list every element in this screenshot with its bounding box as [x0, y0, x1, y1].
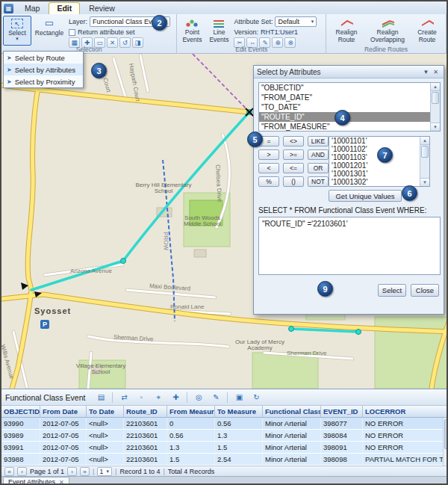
bottom-tab-bar: Event Attributes ✕ — [1, 476, 448, 485]
column-header[interactable]: From Date — [40, 406, 87, 417]
greater-than-operator-button[interactable]: > — [258, 149, 279, 160]
tab-review[interactable]: Review — [81, 2, 122, 14]
tab-edit[interactable]: Edit — [49, 2, 80, 14]
table-scrollbar[interactable] — [443, 418, 448, 466]
edit-record-icon[interactable]: ✎ — [208, 391, 223, 404]
realign-route-button[interactable]: Realign Route — [328, 16, 365, 46]
realign-route-label: Realign Route — [329, 29, 364, 43]
select-button[interactable]: ↖ Select ▼ — [3, 16, 31, 46]
pagination-separator: | — [115, 468, 116, 475]
first-page-button[interactable]: « — [4, 467, 14, 476]
attribute-set-select[interactable]: Default ▼ — [275, 16, 317, 27]
menu-item-select-by-proximity[interactable]: ➤ Select by Proximity — [4, 75, 83, 87]
scroll-down-icon[interactable]: ▼ — [420, 178, 429, 186]
field-item[interactable]: "TO_DATE" — [259, 102, 440, 112]
close-tab-icon[interactable]: ✕ — [59, 479, 64, 485]
switch-selection-icon[interactable]: ⇄ — [116, 391, 131, 404]
close-icon[interactable]: ✕ — [431, 67, 441, 76]
scrollbar-thumb[interactable] — [444, 419, 448, 449]
column-header[interactable]: To Date — [87, 406, 124, 417]
column-header[interactable]: OBJECTID — [1, 406, 40, 417]
rectangle-button[interactable]: ▭ Rectangle — [31, 16, 67, 46]
column-header[interactable]: Route_ID — [124, 406, 167, 417]
column-header[interactable]: EVENT_ID — [321, 406, 363, 417]
table-row[interactable]: 93990 2012-07-05 <null> 22103601 0 0.56 … — [1, 418, 448, 430]
get-unique-values-button[interactable]: Get Unique Values — [329, 190, 402, 202]
value-item[interactable]: '10001301' — [329, 170, 429, 178]
column-header[interactable]: From Measure — [167, 406, 215, 417]
field-list-scrollbar[interactable]: ▲ ▼ — [430, 83, 440, 131]
rectangle-button-label: Rectangle — [35, 30, 63, 37]
close-button[interactable]: Close — [411, 284, 439, 297]
and-operator-button[interactable]: AND — [308, 149, 329, 160]
column-header[interactable]: To Measure — [215, 406, 263, 417]
cell: NO ERROR — [363, 418, 448, 429]
value-item[interactable]: '10001302' — [329, 178, 429, 186]
field-item[interactable]: "FROM_DATE" — [259, 93, 440, 102]
tab-map[interactable]: Map — [16, 2, 48, 14]
highlight-route-icon[interactable]: ◎ — [191, 391, 206, 404]
dialog-title-bar[interactable]: Select by Attributes ▼ ✕ — [254, 66, 444, 78]
scrollbar-thumb[interactable] — [421, 146, 429, 158]
table-row[interactable]: 93988 2012-07-05 <null> 22103601 1.5 2.5… — [1, 454, 448, 466]
table-row[interactable]: 93989 2012-07-05 <null> 22103601 0.56 1.… — [1, 430, 448, 442]
scrollbar-thumb[interactable] — [432, 92, 439, 104]
point-events-icon — [185, 18, 199, 28]
unique-values-list[interactable]: '10001101' '10001102' '10001103' '100012… — [329, 136, 430, 187]
next-page-button[interactable]: › — [67, 467, 77, 476]
field-item[interactable]: "FROM_MEASURE" — [259, 122, 440, 132]
version-label: Version: — [234, 28, 258, 36]
create-route-button[interactable]: + Create Route — [410, 16, 444, 46]
redline-routes-group-label: Redline Routes — [326, 46, 446, 54]
menu-item-select-by-route[interactable]: ➤ Select by Route — [4, 52, 83, 64]
scroll-up-icon[interactable]: ▲ — [420, 137, 429, 145]
less-equal-operator-button[interactable]: <= — [283, 163, 304, 173]
chevron-down-icon[interactable]: ▼ — [421, 67, 431, 76]
scroll-down-icon[interactable]: ▼ — [431, 123, 440, 131]
save-edits-icon[interactable]: ▣ — [231, 391, 246, 404]
page-size-value: 1 — [99, 468, 103, 475]
previous-page-button[interactable]: ‹ — [17, 467, 27, 476]
select-confirm-button[interactable]: Select — [378, 284, 406, 297]
app-icon[interactable]: ▦ — [4, 4, 13, 13]
field-item[interactable]: "OBJECTID" — [259, 83, 440, 93]
cell: 2012-07-05 — [40, 442, 87, 453]
callout-7: 7 — [377, 147, 393, 163]
redline-routes-group: Realign Route Realign Overlapping + Crea… — [326, 14, 447, 54]
not-operator-button[interactable]: NOT — [308, 176, 329, 187]
parentheses-operator-button[interactable]: () — [283, 176, 304, 187]
value-item[interactable]: '10001101' — [329, 137, 429, 145]
realign-overlapping-button[interactable]: Realign Overlapping — [367, 16, 408, 46]
column-header[interactable]: Functional Class — [263, 406, 321, 417]
where-clause-label: SELECT * FROM Functional Class Event WHE… — [258, 206, 426, 214]
column-header[interactable]: LOCERROR — [363, 406, 448, 417]
zoom-to-selection-icon[interactable]: ⌖ — [151, 391, 166, 404]
point-events-button[interactable]: Point Events — [178, 16, 205, 46]
values-list-scrollbar[interactable]: ▲ ▼ — [420, 137, 429, 186]
chevron-down-icon: ▼ — [105, 469, 110, 474]
where-clause-input[interactable]: "ROUTE_ID" ='22103601' — [258, 217, 441, 275]
page-size-select[interactable]: 1 ▼ — [97, 467, 112, 476]
dialog-buttons: Select Close — [378, 284, 439, 297]
or-operator-button[interactable]: OR — [308, 163, 329, 173]
refresh-icon[interactable]: ↻ — [249, 391, 264, 404]
pan-to-selection-icon[interactable]: ✚ — [168, 391, 183, 404]
not-equals-operator-button[interactable]: <> — [283, 136, 304, 146]
less-than-operator-button[interactable]: < — [258, 163, 279, 173]
last-page-button[interactable]: » — [80, 467, 90, 476]
field-list[interactable]: "OBJECTID" "FROM_DATE" "TO_DATE" "ROUTE_… — [258, 82, 441, 132]
percent-operator-button[interactable]: % — [258, 176, 279, 187]
line-events-button[interactable]: Line Events — [205, 16, 232, 46]
like-operator-button[interactable]: LIKE — [308, 136, 329, 146]
menu-item-select-by-attributes[interactable]: ➤ Select by Attributes — [4, 64, 83, 75]
value-item[interactable]: '10001201' — [329, 161, 429, 170]
scroll-up-icon[interactable]: ▲ — [431, 83, 440, 91]
return-attribute-set-checkbox[interactable] — [69, 29, 75, 36]
options-icon[interactable]: ▤ — [93, 391, 108, 404]
cell: 93988 — [1, 454, 40, 465]
clear-selection-icon[interactable]: ▫ — [134, 391, 149, 404]
tab-event-attributes[interactable]: Event Attributes ✕ — [3, 477, 69, 485]
table-row[interactable]: 93991 2012-07-05 <null> 22103601 1.3 1.5… — [1, 442, 448, 454]
cell: 398098 — [321, 454, 363, 465]
greater-equal-operator-button[interactable]: >= — [283, 149, 304, 160]
